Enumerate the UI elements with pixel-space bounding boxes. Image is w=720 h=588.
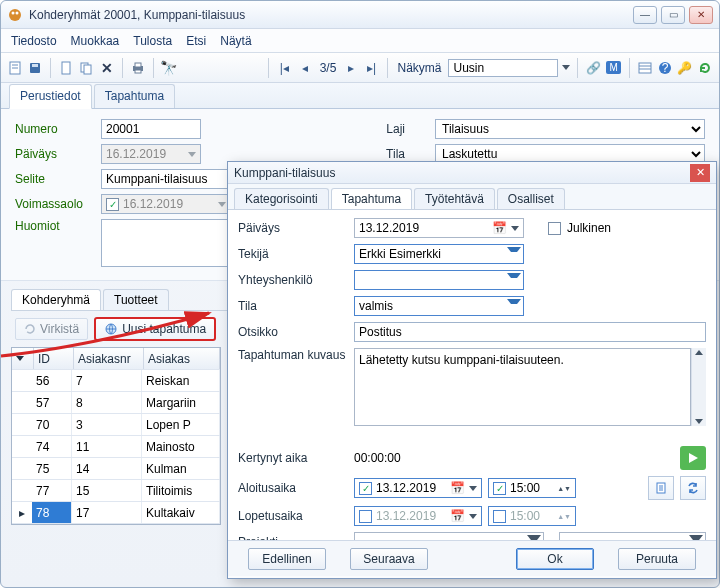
label-huomiot: Huomiot — [15, 219, 95, 233]
col-marker[interactable] — [12, 348, 34, 369]
data-grid[interactable]: ID Asiakasnr Asiakas 567Reiskan 578Marga… — [11, 347, 221, 525]
cancel-button[interactable]: Peruuta — [618, 548, 696, 570]
refresh-button[interactable]: Virkistä — [15, 318, 88, 340]
event-dialog: Kumppani-tilaisuus ✕ Kategorisointi Tapa… — [227, 161, 717, 579]
field-huomiot[interactable] — [101, 219, 231, 267]
dlabel-aloitus: Aloitusaika — [238, 481, 348, 495]
window-controls: — ▭ ✕ — [633, 6, 713, 24]
col-id[interactable]: ID — [34, 348, 74, 369]
document-button[interactable] — [648, 476, 674, 500]
close-button[interactable]: ✕ — [689, 6, 713, 24]
page-icon[interactable] — [58, 58, 74, 78]
view-select[interactable] — [448, 59, 558, 77]
checkbox-voimassa: ✓ — [106, 198, 119, 211]
svg-rect-11 — [135, 70, 141, 73]
checkbox-lopetus-date[interactable] — [359, 510, 372, 523]
checkbox-aloitus-time[interactable]: ✓ — [493, 482, 506, 495]
titlebar: Kohderyhmät 20001, Kumppani-tilaisuus — … — [1, 1, 719, 29]
dlabel-tekija: Tekijä — [238, 247, 348, 261]
dfield-yhteys[interactable] — [354, 270, 524, 290]
print-icon[interactable] — [129, 58, 145, 78]
tab-tapahtuma[interactable]: Tapahtuma — [94, 84, 175, 108]
save-icon[interactable] — [27, 58, 43, 78]
last-icon[interactable]: ▸| — [363, 58, 379, 78]
checkbox-aloitus-date[interactable]: ✓ — [359, 482, 372, 495]
table-row[interactable]: 578Margariin — [12, 392, 220, 414]
dfield-aloitus-time[interactable]: ✓ 15:00 ▲▼ — [488, 478, 576, 498]
tab-perustiedot[interactable]: Perustiedot — [9, 84, 92, 109]
binoculars-icon[interactable]: 🔭 — [160, 58, 177, 78]
label-selite: Selite — [15, 172, 95, 186]
refresh-small-icon — [24, 323, 36, 335]
dfield-paivays[interactable]: 13.12.2019 📅 — [354, 218, 524, 238]
next-icon[interactable]: ▸ — [343, 58, 359, 78]
select-laji[interactable]: Tilaisuus — [435, 119, 705, 139]
ok-button[interactable]: Ok — [516, 548, 594, 570]
prev-button[interactable]: Edellinen — [248, 548, 326, 570]
menu-view[interactable]: Näytä — [220, 34, 251, 48]
dfield-lopetus-date[interactable]: 13.12.2019 📅 — [354, 506, 482, 526]
svg-rect-5 — [32, 64, 38, 67]
dfield-tila[interactable]: valmis — [354, 296, 524, 316]
dfield-otsikko[interactable] — [354, 322, 706, 342]
next-button[interactable]: Seuraava — [350, 548, 428, 570]
sync-button[interactable] — [680, 476, 706, 500]
field-voimassaolo: ✓ 16.12.2019 — [101, 194, 231, 214]
dlabel-otsikko: Otsikko — [238, 325, 348, 339]
key-icon[interactable]: 🔑 — [677, 58, 693, 78]
table-row[interactable]: 7411Mainosto — [12, 436, 220, 458]
prev-icon[interactable]: ◂ — [296, 58, 312, 78]
menu-print[interactable]: Tulosta — [133, 34, 172, 48]
refresh-icon[interactable] — [697, 58, 713, 78]
menu-file[interactable]: Tiedosto — [11, 34, 57, 48]
dtab-kategorisointi[interactable]: Kategorisointi — [234, 188, 329, 209]
table-row[interactable]: 7715Tilitoimis — [12, 480, 220, 502]
dfield-kuvaus[interactable]: Lähetetty kutsu kumppani-tilaisuuteen. — [354, 348, 691, 426]
play-button[interactable] — [680, 446, 706, 470]
help-icon[interactable]: ? — [657, 58, 673, 78]
table-row[interactable]: ▸7817Kultakaiv — [12, 502, 220, 524]
label-numero: Numero — [15, 122, 95, 136]
delete-icon[interactable]: ✕ — [99, 58, 115, 78]
dvalue-kertynyt: 00:00:00 — [354, 451, 401, 465]
checkbox-lopetus-time[interactable] — [493, 510, 506, 523]
dtab-tapahtuma[interactable]: Tapahtuma — [331, 188, 412, 209]
page-indicator: 3/5 — [317, 61, 340, 75]
dlabel-projekti: Projekti — [238, 535, 348, 540]
maximize-button[interactable]: ▭ — [661, 6, 685, 24]
dtab-tyotehtava[interactable]: Työtehtävä — [414, 188, 495, 209]
new-event-button[interactable]: Uusi tapahtuma — [94, 317, 216, 341]
menu-search[interactable]: Etsi — [186, 34, 206, 48]
table-row[interactable]: 7514Kulman — [12, 458, 220, 480]
new-doc-icon[interactable] — [7, 58, 23, 78]
col-asiakasnr[interactable]: Asiakasnr — [74, 348, 144, 369]
dialog-tabs: Kategorisointi Tapahtuma Työtehtävä Osal… — [228, 184, 716, 210]
view-label: Näkymä — [394, 61, 444, 75]
subtab-tuotteet[interactable]: Tuotteet — [103, 289, 169, 310]
textarea-scrollbar[interactable] — [691, 348, 706, 426]
table-row[interactable]: 703Lopen P — [12, 414, 220, 436]
minimize-button[interactable]: — — [633, 6, 657, 24]
dialog-close-button[interactable]: ✕ — [690, 164, 710, 182]
m-icon[interactable]: M — [605, 58, 621, 78]
table-row[interactable]: 567Reiskan — [12, 370, 220, 392]
field-numero[interactable] — [101, 119, 201, 139]
first-icon[interactable]: |◂ — [276, 58, 292, 78]
menu-edit[interactable]: Muokkaa — [71, 34, 120, 48]
subtab-kohderyhma[interactable]: Kohderyhmä — [11, 289, 101, 310]
view-dropdown-icon[interactable] — [562, 65, 570, 70]
copy-icon[interactable] — [78, 58, 94, 78]
dfield-aloitus-date[interactable]: ✓ 13.12.2019 📅 — [354, 478, 482, 498]
dtab-osalliset[interactable]: Osalliset — [497, 188, 565, 209]
checkbox-julkinen[interactable] — [548, 222, 561, 235]
list-icon[interactable] — [636, 58, 652, 78]
dfield-lopetus-time[interactable]: 15:00 ▲▼ — [488, 506, 576, 526]
col-asiakas[interactable]: Asiakas — [144, 348, 220, 369]
dlabel-lopetus: Lopetusaika — [238, 509, 348, 523]
dfield-projekti-sub[interactable] — [559, 532, 706, 540]
dfield-tekija[interactable]: Erkki Esimerkki — [354, 244, 524, 264]
field-selite[interactable] — [101, 169, 231, 189]
svg-rect-10 — [135, 63, 141, 67]
dfield-projekti[interactable] — [354, 532, 544, 540]
link-icon[interactable]: 🔗 — [585, 58, 601, 78]
